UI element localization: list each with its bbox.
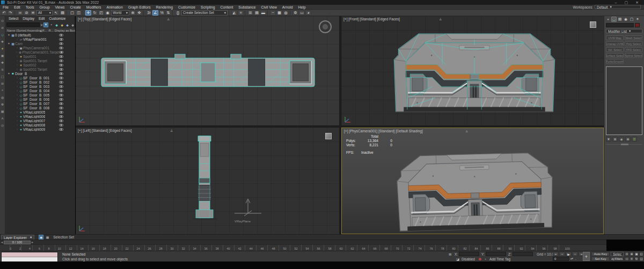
person-icon[interactable]: ♙: [439, 17, 442, 21]
modifier-button-ffd-select[interactable]: FFD Select: [625, 47, 642, 52]
find-filter-icon[interactable]: ▼: [43, 23, 48, 27]
remove-modifier-icon[interactable]: ⊗: [625, 137, 631, 141]
visibility-eye-icon[interactable]: [59, 89, 63, 92]
explorer-menu-display[interactable]: Display: [20, 17, 36, 20]
set-key-button[interactable]: Set Key: [591, 257, 610, 261]
reference-coordinate-system-dropdown[interactable]: World▾: [111, 10, 129, 16]
spinner-snap-toggle-button[interactable]: ⇅: [165, 10, 171, 16]
tree-item-spot002-target[interactable]: ○⊕Spot002.Target: [6, 67, 75, 71]
show-geometry-filter-icon[interactable]: ◆: [54, 23, 59, 27]
tree-item-sf-door-b-008[interactable]: ○◇SF_Door_B_008: [6, 106, 75, 110]
viewcube[interactable]: [325, 133, 332, 139]
render-setup-button[interactable]: ⚙: [292, 10, 298, 16]
modifier-stack[interactable]: [606, 66, 642, 135]
modifier-button-spline-select[interactable]: Spline Select: [625, 53, 642, 58]
lock-explorer-icon[interactable]: ▪: [49, 23, 54, 27]
menu-graph-editors[interactable]: Graph Editors: [126, 5, 153, 9]
selected-keys-dropdown[interactable]: Selected: [611, 252, 624, 256]
angle-snap-toggle-button[interactable]: ∠: [152, 10, 158, 16]
display-helpers-icon[interactable]: ✚: [0, 60, 5, 65]
tree-item-sf-door-b-007[interactable]: ○◇SF_Door_B_007: [6, 101, 75, 106]
material-editor-button[interactable]: ◍: [283, 10, 289, 16]
maximize-button[interactable]: ▢: [625, 1, 628, 5]
tree-item-sf-door-b-006[interactable]: ○◇SF_Door_B_006: [6, 97, 75, 101]
toggle-ribbon-button[interactable]: ▬: [260, 10, 266, 16]
snaps-toggle-button[interactable]: 3²: [146, 10, 152, 16]
menu-views[interactable]: Views: [52, 5, 67, 9]
viewcube[interactable]: [319, 20, 332, 33]
display-all-icon[interactable]: ⊙: [0, 18, 5, 23]
time-slider-next-icon[interactable]: ►: [31, 241, 34, 244]
visibility-eye-icon[interactable]: [59, 47, 63, 49]
tree-item-physcamera001[interactable]: ○▣PhysCamera001: [6, 46, 75, 50]
menu-create[interactable]: Create: [67, 5, 83, 9]
tree-item-spot001[interactable]: ○☀Spot001: [6, 54, 75, 58]
modifier-button-vol-select[interactable]: Vol. Select: [606, 47, 624, 52]
visibility-eye-icon[interactable]: [59, 128, 63, 131]
menu-file[interactable]: File: [0, 5, 11, 9]
z-coordinate-field[interactable]: [513, 252, 533, 256]
display-cameras-icon[interactable]: ▣: [0, 53, 5, 58]
display-hidden-icon[interactable]: ▦: [0, 109, 5, 114]
explorer-column-header[interactable]: Name (Sorted Ascending) ▲ F... R... Disp…: [6, 28, 75, 33]
tree-item-vraylight007[interactable]: ○✦VRayLight007: [6, 118, 75, 123]
zoom-extents-all-button[interactable]: ◱: [639, 252, 643, 256]
orbit-button[interactable]: ↻: [634, 257, 639, 261]
window-crossing-button[interactable]: ◫: [76, 10, 82, 16]
visibility-eye-icon[interactable]: [59, 119, 63, 122]
expand-arrow-icon[interactable]: ▼: [7, 42, 11, 45]
object-name-field[interactable]: [606, 23, 634, 27]
sync-selection-icon[interactable]: ◎: [0, 123, 5, 128]
menu-group[interactable]: Group: [37, 5, 53, 9]
display-spacewarps-icon[interactable]: ≋: [0, 67, 5, 72]
tab-create[interactable]: +: [605, 17, 611, 22]
visibility-eye-icon[interactable]: [59, 55, 63, 58]
explorer-search-input[interactable]: [6, 23, 40, 27]
visibility-eye-icon[interactable]: [59, 115, 63, 118]
key-filters-button[interactable]: Key Filters...: [611, 257, 624, 261]
tree-item-vraylight006[interactable]: ○✦VRayLight006: [6, 114, 75, 118]
bind-to-space-warp-button[interactable]: ≋: [30, 10, 36, 16]
menu-customize[interactable]: Customize: [175, 5, 198, 9]
select-and-place-button[interactable]: ◉: [105, 10, 111, 16]
time-slider-prev-icon[interactable]: ◄: [0, 241, 4, 244]
pan-view-button[interactable]: ✛: [630, 257, 634, 261]
display-lights-icon[interactable]: ☀: [0, 46, 5, 51]
modifier-button-surface-select[interactable]: Surface Select: [606, 53, 624, 58]
modifier-button-uvw-map[interactable]: UVW Map: [606, 35, 624, 40]
next-frame-button[interactable]: ›: [572, 252, 578, 256]
modifier-list-dropdown[interactable]: Modifier List▾: [606, 29, 642, 33]
show-helpers-filter-icon[interactable]: ◆: [70, 23, 75, 27]
visibility-eye-icon[interactable]: [59, 34, 63, 36]
left-view-door-model[interactable]: [193, 134, 217, 226]
tab-hierarchy[interactable]: ▤: [617, 17, 623, 22]
clear-search-icon[interactable]: ✕: [40, 23, 43, 27]
select-object-button[interactable]: ↖: [53, 10, 59, 16]
visibility-eye-icon[interactable]: [59, 107, 63, 109]
visibility-eye-icon[interactable]: [59, 64, 63, 66]
menu-rendering[interactable]: Rendering: [153, 5, 175, 9]
menu-scripting[interactable]: Scripting: [198, 5, 217, 9]
display-none-icon[interactable]: ⊘: [0, 25, 5, 30]
visibility-eye-icon[interactable]: [59, 68, 63, 71]
select-by-name-button[interactable]: ▤: [60, 10, 65, 16]
named-selection-sets-dropdown[interactable]: Create Selection Set▾: [181, 10, 228, 16]
person-icon[interactable]: ♙: [465, 129, 468, 133]
tab-modify[interactable]: ◡: [611, 17, 617, 22]
x-coordinate-field[interactable]: [459, 252, 479, 256]
visibility-eye-icon[interactable]: [59, 77, 63, 79]
visibility-eye-icon[interactable]: [60, 51, 64, 54]
selection-lock-icon[interactable]: ▦: [45, 235, 50, 240]
isolate-selection-icon[interactable]: ◉: [39, 235, 43, 240]
menu-help[interactable]: Help: [295, 5, 308, 9]
select-and-rotate-button[interactable]: ↻: [92, 10, 98, 16]
align-button[interactable]: ≡: [238, 10, 244, 16]
menu-civil-view[interactable]: Civil View: [258, 5, 279, 9]
viewport-left-label[interactable]: [+] [Left] [Standard] [Edged Faces]: [78, 129, 132, 132]
show-end-result-icon[interactable]: ≣: [612, 137, 618, 141]
pin-stack-icon[interactable]: ▼: [606, 137, 611, 141]
show-lights-filter-icon[interactable]: ◆: [60, 23, 64, 27]
expand-arrow-icon[interactable]: ▼: [7, 72, 11, 75]
layer-explorer-tab[interactable]: Layer Explorer▾: [1, 235, 34, 240]
menu-edit[interactable]: Edit: [11, 5, 23, 9]
